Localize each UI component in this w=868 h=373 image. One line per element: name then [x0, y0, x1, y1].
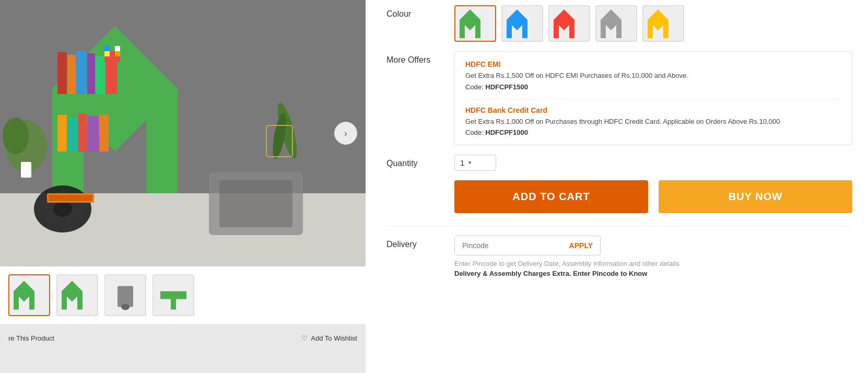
- offers-content: HDFC EMI Get Extra Rs.1,500 Off on HDFC …: [454, 51, 852, 145]
- svg-rect-15: [104, 46, 110, 51]
- offer-2-desc: Get Extra Rs.1,000 Off on Purchases thro…: [465, 116, 841, 127]
- colour-swatches: [454, 5, 852, 42]
- wishlist-button[interactable]: ♡ Add To Wishlist: [301, 334, 357, 342]
- colour-swatch-2[interactable]: [501, 5, 543, 42]
- svg-rect-11: [78, 114, 87, 151]
- colour-label: Colour: [386, 5, 454, 19]
- thumbnail-4[interactable]: [153, 274, 194, 316]
- offer-2: HDFC Bank Credit Card Get Extra Rs.1,000…: [465, 106, 841, 137]
- delivery-hint: Enter Pincode to get Delivery Date, Asse…: [454, 260, 852, 267]
- thumbnail-row: [0, 266, 366, 324]
- svg-marker-40: [507, 9, 527, 38]
- offer-1: HDFC EMI Get Extra Rs.1,500 Off on HDFC …: [465, 60, 841, 91]
- svg-point-22: [3, 118, 29, 154]
- svg-marker-39: [460, 9, 480, 38]
- delivery-content: APPLY Enter Pincode to get Delivery Date…: [454, 236, 852, 277]
- heart-icon: ♡: [301, 334, 308, 342]
- more-offers-section: More Offers HDFC EMI Get Extra Rs.1,500 …: [386, 51, 852, 145]
- colour-swatch-1[interactable]: [454, 5, 496, 42]
- svg-rect-13: [99, 115, 109, 151]
- thumbnail-2[interactable]: [56, 274, 98, 316]
- buy-now-button[interactable]: BUY NOW: [659, 180, 852, 213]
- svg-rect-9: [57, 115, 67, 151]
- thumbnail-1[interactable]: [8, 274, 50, 316]
- svg-marker-42: [601, 9, 621, 38]
- colour-swatch-3[interactable]: [548, 5, 590, 42]
- svg-point-26: [53, 201, 72, 217]
- right-panel: Colour: [366, 0, 868, 373]
- svg-rect-3: [57, 52, 67, 94]
- delivery-extra: Delivery & Assembly Charges Extra. Enter…: [454, 270, 852, 277]
- next-button[interactable]: ›: [334, 122, 357, 145]
- svg-rect-18: [104, 51, 110, 56]
- thumbnail-3[interactable]: [104, 274, 146, 316]
- apply-button[interactable]: APPLY: [562, 236, 600, 255]
- left-panel: ›: [0, 0, 366, 373]
- delivery-label: Delivery: [386, 236, 454, 249]
- svg-marker-43: [648, 9, 668, 38]
- offer-1-code: Code: HDFCPF1500: [465, 83, 841, 91]
- svg-rect-7: [96, 56, 105, 94]
- svg-rect-17: [115, 46, 120, 51]
- colour-swatch-4[interactable]: [595, 5, 637, 42]
- pincode-row: APPLY: [454, 236, 601, 255]
- pincode-input[interactable]: [455, 236, 562, 255]
- offer-1-desc: Get Extra Rs.1,500 Off on HDFC EMI Purch…: [465, 71, 841, 81]
- quantity-content: 1 ▾: [454, 155, 852, 171]
- svg-rect-5: [76, 51, 87, 94]
- offer-1-title: HDFC EMI: [465, 60, 841, 68]
- svg-rect-10: [67, 118, 78, 151]
- colour-section: Colour: [386, 5, 852, 42]
- svg-rect-23: [21, 162, 31, 178]
- offer-2-code: Code: HDFCPF1000: [465, 129, 841, 136]
- svg-rect-16: [110, 46, 115, 51]
- svg-point-37: [121, 304, 130, 310]
- add-to-cart-button[interactable]: ADD TO CART: [454, 180, 648, 213]
- svg-rect-4: [67, 55, 76, 94]
- svg-marker-38: [160, 292, 186, 310]
- quantity-section: Quantity 1 ▾: [386, 155, 852, 171]
- offer-2-title: HDFC Bank Credit Card: [465, 106, 841, 114]
- more-offers-label: More Offers: [386, 51, 454, 65]
- svg-marker-35: [62, 281, 83, 310]
- quantity-value: 1: [460, 158, 464, 167]
- delivery-section: Delivery APPLY Enter Pincode to get Deli…: [386, 236, 852, 277]
- colour-swatch-5[interactable]: [642, 5, 684, 42]
- share-label: re This Product: [8, 334, 54, 342]
- quantity-label: Quantity: [386, 155, 454, 168]
- offers-box: HDFC EMI Get Extra Rs.1,500 Off on HDFC …: [454, 51, 852, 145]
- svg-rect-6: [87, 53, 95, 94]
- main-image: ›: [0, 0, 366, 266]
- bottom-bar: re This Product ♡ Add To Wishlist: [0, 324, 366, 352]
- svg-marker-34: [14, 281, 34, 310]
- chevron-down-icon: ▾: [468, 159, 472, 166]
- svg-rect-12: [87, 116, 99, 151]
- svg-rect-20: [115, 51, 120, 56]
- quantity-selector[interactable]: 1 ▾: [454, 155, 496, 171]
- svg-rect-19: [110, 51, 115, 56]
- action-buttons: ADD TO CART BUY NOW: [454, 180, 852, 213]
- svg-marker-41: [554, 9, 574, 38]
- svg-rect-28: [219, 180, 292, 227]
- svg-rect-33: [49, 195, 92, 201]
